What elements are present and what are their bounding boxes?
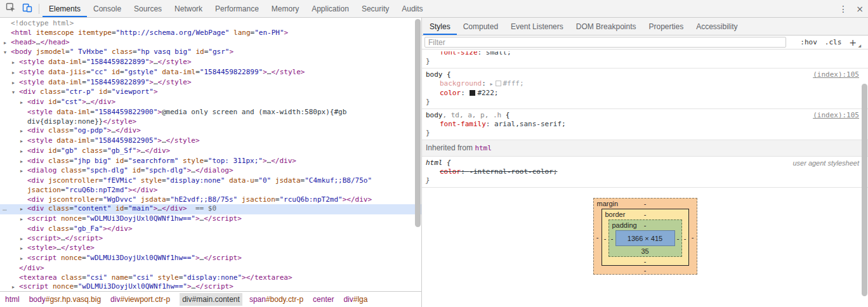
tree-row[interactable]: jsaction="rcuQ6b:npT2md"></div> — [0, 186, 421, 195]
inherited-node-link[interactable]: html — [475, 144, 492, 152]
padding-right-value[interactable]: - — [675, 234, 681, 243]
devtools-menu-button[interactable]: ⋮ — [835, 4, 852, 14]
expand-arrow-icon[interactable]: ▸ — [20, 205, 27, 214]
tree-row[interactable]: ▸<style data-iml="1584459822899">…</styl… — [0, 78, 421, 88]
element-classes-button[interactable]: .cls — [825, 38, 842, 46]
tab-application[interactable]: Application — [305, 0, 355, 17]
tree-row[interactable]: ▸<script nonce="wDLMUi3DoyjUxl0QWNf1hw==… — [0, 214, 421, 225]
elements-scrollbar[interactable] — [415, 19, 421, 227]
tree-row[interactable]: ▸<head>…</head> — [0, 38, 421, 48]
tree-row[interactable]: <html itemscope itemtype="http://schema.… — [0, 29, 421, 38]
tree-row[interactable]: ▸<div id="cst">…</div> — [0, 98, 421, 108]
breadcrumb-item[interactable]: body#gsr.hp.vasq.big — [29, 295, 101, 304]
sidebar-tab-properties[interactable]: Properties — [642, 18, 690, 35]
tree-row[interactable]: <div class="gb_Fa"></div> — [0, 225, 421, 234]
inspect-element-button[interactable] — [3, 1, 19, 16]
tab-sources[interactable]: Sources — [128, 0, 168, 17]
tree-row[interactable]: ▸…<div class="content" id="main">…</div>… — [0, 204, 421, 214]
tree-row[interactable]: ▸<script nonce="wDLMUi3DoyjUxl0QWNf1hw==… — [0, 282, 421, 291]
tab-network[interactable]: Network — [168, 0, 209, 17]
tab-console[interactable]: Console — [87, 0, 128, 17]
tree-row[interactable]: ▸<div class="og-pdp">…</div> — [0, 126, 421, 136]
margin-bottom-value[interactable]: - — [644, 266, 647, 275]
breadcrumb-item[interactable]: html — [5, 295, 20, 304]
tree-row[interactable]: ▸<div id="gb" class="gb_Sf">…</div> — [0, 147, 421, 157]
tree-row[interactable]: ▸<style data-iml="1584459822899">…</styl… — [0, 58, 421, 68]
expand-arrow-icon[interactable]: ▸ — [20, 215, 27, 225]
expand-arrow-icon[interactable]: ▸ — [20, 137, 27, 147]
box-model-padding[interactable]: padding - - 1366 × 415 — [608, 219, 682, 257]
tab-audits[interactable]: Audits — [395, 0, 429, 17]
css-declaration[interactable]: background: ▸#fff; — [426, 79, 868, 89]
collapse-arrow-icon[interactable]: ▾ — [12, 88, 19, 98]
tree-row[interactable]: ▾<body jsmodel=" TvHxbe" class="hp vasq … — [0, 48, 421, 58]
new-style-rule-button[interactable]: +◢ — [849, 37, 860, 48]
collapse-arrow-icon[interactable]: ▾ — [4, 48, 11, 58]
border-right-value[interactable]: - — [682, 234, 688, 243]
sidebar-tab-computed[interactable]: Computed — [457, 18, 504, 35]
sidebar-tab-styles[interactable]: Styles — [423, 18, 457, 35]
tree-row[interactable]: <style data-iml="1584459822900">@media o… — [0, 108, 421, 117]
css-declaration[interactable]: color: #222; — [426, 89, 868, 98]
tree-row[interactable]: div{display:none}}</style> — [0, 117, 421, 127]
box-model-margin[interactable]: margin - - border - - — [593, 198, 697, 275]
styles-filter-input[interactable]: Filter — [424, 37, 786, 48]
stylesheet-location[interactable]: (index):105 — [813, 70, 859, 79]
breadcrumb-item[interactable]: div#main.content — [180, 293, 242, 306]
tree-row[interactable]: </div> — [0, 264, 421, 273]
toggle-element-state-button[interactable]: :hov — [800, 38, 817, 46]
tree-row[interactable]: ▸<div class="jhp big" id="searchform" st… — [0, 157, 421, 167]
expand-arrow-icon[interactable]: ▸ — [12, 283, 19, 291]
tab-security[interactable]: Security — [355, 0, 395, 17]
expand-arrow-icon[interactable]: ▸ — [4, 39, 11, 48]
expand-arrow-icon[interactable]: ▸ — [12, 79, 19, 88]
box-model-border[interactable]: border - - padding - — [602, 209, 689, 266]
expand-arrow-icon[interactable]: ▸ — [20, 235, 27, 244]
tab-elements[interactable]: Elements — [43, 0, 87, 17]
expand-arrow-icon[interactable]: ▸ — [20, 98, 27, 108]
stylesheet-location[interactable]: user agent stylesheet — [792, 159, 859, 167]
color-swatch[interactable] — [496, 81, 501, 86]
tree-row[interactable]: ▸<style data-jiis="cc" id="gstyle" data-… — [0, 68, 421, 78]
expand-arrow-icon[interactable]: ▸ — [20, 127, 27, 136]
border-top-value[interactable]: - — [644, 210, 647, 219]
border-bottom-value[interactable]: - — [644, 257, 647, 266]
device-toolbar-button[interactable] — [19, 1, 36, 16]
breadcrumb-item[interactable]: span#body.ctr-p — [249, 295, 303, 304]
expand-arrow-icon[interactable]: ▸ — [20, 147, 27, 157]
tree-row[interactable]: <textarea class="csi" name="csi" style="… — [0, 273, 421, 283]
css-declaration[interactable]: font-family: arial,sans-serif; — [426, 120, 868, 129]
padding-top-value[interactable]: - — [644, 221, 647, 230]
tree-row[interactable]: <div jscontroller="fEVMic" style="displa… — [0, 176, 421, 186]
close-devtools-button[interactable]: × — [852, 4, 868, 14]
color-swatch[interactable] — [470, 90, 475, 96]
tab-performance[interactable]: Performance — [209, 0, 265, 17]
margin-right-value[interactable]: - — [689, 233, 697, 242]
padding-bottom-value[interactable]: 35 — [641, 247, 648, 256]
breadcrumb-item[interactable]: center — [313, 295, 334, 304]
tree-row[interactable]: ▸<dialog class="spch-dlg" id="spch-dlg">… — [0, 166, 421, 176]
expand-arrow-icon[interactable]: ▸ — [20, 167, 27, 176]
tree-row[interactable]: ▾<div class="ctr-p" id="viewport"> — [0, 88, 421, 98]
expand-arrow-icon[interactable]: ▸ — [20, 254, 27, 264]
styles-scrollbar[interactable] — [862, 84, 867, 296]
breadcrumb-item[interactable]: div#viewport.ctr-p — [110, 295, 170, 304]
style-rule[interactable]: font-size: small;} — [422, 49, 868, 69]
css-declaration[interactable]: font-size: small; — [426, 51, 868, 57]
tree-row[interactable]: ▸<script>…</script> — [0, 234, 421, 244]
sidebar-tab-accessibility[interactable]: Accessibility — [690, 18, 744, 35]
stylesheet-location[interactable]: (index):105 — [813, 111, 859, 120]
margin-left-value[interactable]: - — [594, 233, 602, 242]
tree-row[interactable]: <div jscontroller="WgDvvc" jsdata="hE2vd… — [0, 195, 421, 205]
css-declaration[interactable]: color: -internal-root-color; — [426, 167, 868, 176]
margin-top-value[interactable]: - — [644, 199, 647, 208]
tree-row[interactable]: ▸<script nonce="wDLMUi3DoyjUxl0QWNf1hw==… — [0, 254, 421, 264]
style-rule[interactable]: (index):105body {background: ▸#fff;color… — [422, 69, 868, 109]
style-rule[interactable]: (index):105body, td, a, p, .h {font-fami… — [422, 109, 868, 140]
expand-arrow-icon[interactable]: ▸ — [12, 69, 19, 78]
expand-arrow-icon[interactable]: ▸ — [20, 244, 27, 254]
padding-left-value[interactable]: - — [609, 234, 615, 243]
sidebar-tab-dom-breakpoints[interactable]: DOM Breakpoints — [570, 18, 643, 35]
breadcrumb-item[interactable]: div#lga — [343, 295, 367, 304]
box-model-content[interactable]: 1366 × 415 — [615, 230, 675, 246]
